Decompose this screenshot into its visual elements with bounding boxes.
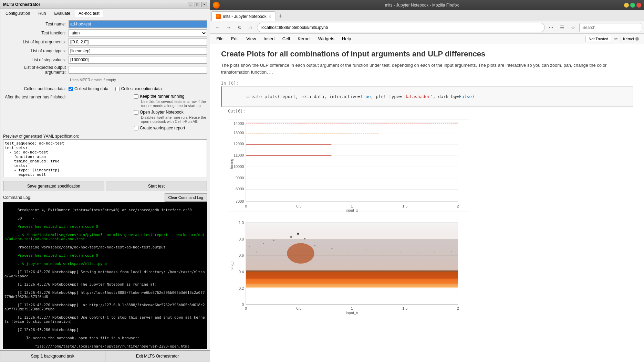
svg-rect-69 xyxy=(400,252,401,252)
url-bar[interactable] xyxy=(257,23,545,32)
range-types-row: List of range types: xyxy=(3,47,207,55)
input-args-input[interactable] xyxy=(69,38,207,46)
forward-button[interactable]: → xyxy=(224,23,233,32)
plot-ulp-svg: 0 0.2 0.4 0.6 0.8 1.0 0 0.5 1 1.5 xyxy=(228,219,469,315)
menu-configuration[interactable]: Configuration xyxy=(2,10,34,17)
more-options-button[interactable]: ⋯ xyxy=(546,23,556,32)
menu-adhoc-test[interactable]: Ad-hoc test xyxy=(75,10,103,17)
jup-menu-file[interactable]: File xyxy=(213,35,227,42)
collect-options: Collect timing data Collect exception da… xyxy=(69,86,162,92)
jup-menu-help[interactable]: Help xyxy=(339,35,355,42)
svg-rect-61 xyxy=(290,236,292,238)
start-test-button[interactable]: Start test xyxy=(106,181,207,191)
bottom-bar: Stop 1 background task Exit MLTS Orchest… xyxy=(0,350,210,362)
new-tab-button[interactable]: + xyxy=(276,11,285,21)
range-types-input[interactable] xyxy=(69,47,207,55)
command-log-header: Command Log: Clear Command Log xyxy=(3,193,207,202)
minimize-button[interactable]: _ xyxy=(188,2,193,7)
svg-rect-57 xyxy=(249,246,250,247)
test-function-select[interactable]: atan xyxy=(69,29,207,37)
input-args-row: List of input arguments: xyxy=(3,38,207,46)
svg-rect-70 xyxy=(417,253,418,253)
cell-input-prompt: In [6]: xyxy=(221,81,633,86)
test-name-input[interactable] xyxy=(69,20,207,28)
svg-text:1.0: 1.0 xyxy=(239,221,244,225)
jupyter-tab[interactable]: mlts - Jupyter Notebook × xyxy=(211,11,276,21)
step-values-row: List of step values: xyxy=(3,56,207,64)
svg-text:7000: 7000 xyxy=(236,199,244,203)
refresh-button[interactable]: ↻ xyxy=(235,23,245,32)
yaml-textarea[interactable]: test_sequence: ad-hoc-test test_sets: - … xyxy=(3,139,207,177)
maximize-button[interactable]: □ xyxy=(195,2,200,7)
jup-menu-widgets[interactable]: Widgets xyxy=(315,35,338,42)
after-test-options: Keep the runner running Use this for sev… xyxy=(134,94,207,130)
collect-timing-label: Collect timing data xyxy=(74,86,108,91)
jup-menu-insert[interactable]: Insert xyxy=(260,35,278,42)
collect-exception-checkbox-row: Collect exception data xyxy=(115,86,162,91)
plot-ulp: 0 0.2 0.4 0.6 0.8 1.0 0 0.5 1 1.5 xyxy=(228,219,469,315)
stop-task-button[interactable]: Stop 1 background task xyxy=(0,351,105,362)
step-values-label: List of step values: xyxy=(3,57,69,62)
exit-button[interactable]: Exit MLTS Orchestrator xyxy=(105,351,210,362)
svg-rect-68 xyxy=(383,251,383,251)
title-bar-buttons: _ □ × xyxy=(188,2,207,7)
browser-nav-bar: ← → ↻ ⌂ ⋯ ☰ ☆ xyxy=(210,21,644,34)
back-button[interactable]: ← xyxy=(213,23,222,32)
search-input[interactable] xyxy=(579,23,641,32)
home-button[interactable]: ⌂ xyxy=(246,23,256,32)
kernel-status: Kernel xyxy=(621,36,641,42)
keep-runner-checkbox[interactable] xyxy=(134,94,138,99)
jup-menu-cell[interactable]: Cell xyxy=(279,35,293,42)
expected-output-input[interactable] xyxy=(69,66,207,74)
collect-timing-checkbox[interactable] xyxy=(69,87,73,91)
not-trusted-button[interactable]: Not Trusted xyxy=(585,36,611,42)
jup-menu-kernel[interactable]: Kernel xyxy=(294,35,314,42)
browser-minimize-button[interactable] xyxy=(624,3,629,8)
cell-output-prompt: Out[6]: xyxy=(221,107,633,115)
create-report-label: Create workspace report xyxy=(140,126,185,130)
keep-runner-label: Keep the runner running xyxy=(140,94,184,99)
kernel-label: Kernel xyxy=(623,37,634,41)
command-log-label: Command Log: xyxy=(3,195,31,200)
svg-rect-65 xyxy=(331,248,332,249)
notebook-content[interactable]: Create Plots for all combinations of inp… xyxy=(210,44,644,362)
menu-evaluate[interactable]: Evaluate xyxy=(50,10,74,17)
bookmark-button[interactable]: ☆ xyxy=(568,23,578,32)
create-report-row: Create workspace report xyxy=(134,126,207,130)
svg-rect-72 xyxy=(451,251,452,252)
collect-exception-checkbox[interactable] xyxy=(115,87,120,91)
expected-output-hint-row: Uses MPFR oracle if empty xyxy=(3,76,207,84)
svg-text:1: 1 xyxy=(351,306,353,310)
create-report-checkbox[interactable] xyxy=(134,126,138,130)
reader-button[interactable]: ☰ xyxy=(557,23,567,32)
command-log-output[interactable]: Breakpoint 4, ExitRunner (status=StatusE… xyxy=(3,202,207,349)
jup-menu-view[interactable]: View xyxy=(243,35,259,42)
clear-log-button[interactable]: Clear Command Log xyxy=(165,193,207,202)
menu-run[interactable]: Run xyxy=(34,10,50,17)
svg-text:0: 0 xyxy=(245,204,247,208)
tab-close-icon[interactable]: × xyxy=(269,14,271,19)
cell-code[interactable]: create_plots(report, meta_data, interact… xyxy=(221,86,633,107)
firefox-logo-icon xyxy=(213,2,220,9)
jup-menu-right: Not Trusted ✏ Kernel xyxy=(585,36,641,42)
command-log-section: Command Log: Clear Command Log Breakpoin… xyxy=(0,193,210,350)
svg-text:0: 0 xyxy=(245,306,247,310)
kernel-circle-icon xyxy=(635,37,639,41)
cell-6: In [6]: create_plots(report, meta_data, … xyxy=(221,81,633,115)
open-notebook-checkbox[interactable] xyxy=(134,110,138,115)
svg-text:8000: 8000 xyxy=(236,187,244,191)
step-values-input[interactable] xyxy=(69,56,207,64)
svg-text:0.6: 0.6 xyxy=(239,253,244,257)
svg-rect-63 xyxy=(304,238,305,239)
close-button[interactable]: × xyxy=(201,2,207,7)
plots-area: 7000 8000 9000 10000 11000 12000 13000 1… xyxy=(221,119,633,315)
save-spec-button[interactable]: Save generated specification xyxy=(3,181,104,191)
browser-close-button[interactable] xyxy=(636,3,641,8)
svg-rect-59 xyxy=(263,243,264,244)
action-buttons: Save generated specification Start test xyxy=(0,179,210,193)
jup-menu-edit[interactable]: Edit xyxy=(228,35,242,42)
input-args-label: List of input arguments: xyxy=(3,40,69,44)
svg-text:input_x: input_x xyxy=(346,208,358,212)
browser-maximize-button[interactable] xyxy=(630,3,635,8)
browser-title: mlts - Jupyter Notebook - Mozilla Firefo… xyxy=(222,3,621,8)
